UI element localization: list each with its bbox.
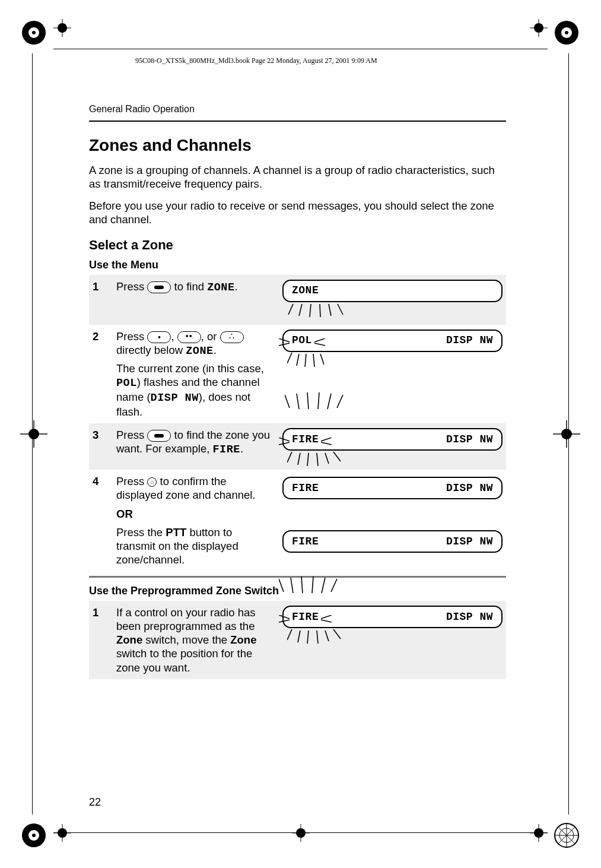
text: , — [171, 330, 177, 343]
text: . — [240, 442, 243, 455]
text: to find — [171, 280, 207, 293]
flash-rays-icon — [279, 576, 344, 594]
svg-line-38 — [310, 304, 311, 317]
text: Press — [116, 429, 147, 441]
svg-line-78 — [333, 629, 341, 639]
table-row: 3 Press to find the zone you want. For e… — [89, 423, 506, 470]
lcd-text-right: DISP NW — [446, 481, 493, 495]
bold-text: PTT — [166, 526, 186, 538]
steps-switch-table: 1 If a control on your radio has been pr… — [89, 601, 506, 679]
crop-line-right — [568, 53, 569, 815]
svg-line-67 — [279, 579, 284, 592]
lcd-text-left: POL — [292, 334, 312, 346]
scroll-key-icon — [147, 430, 171, 442]
page-number: 22 — [89, 796, 101, 809]
print-header-text: 95C08-O_XTS5k_800MHz_Mdl3.book Page 22 M… — [135, 56, 377, 65]
code-text: DISP NW — [151, 392, 199, 404]
or-label: OR — [116, 507, 271, 521]
svg-line-44 — [305, 354, 306, 367]
lcd-display: ZONE — [282, 280, 503, 302]
page: 95C08-O_XTS5k_800MHz_Mdl3.book Page 22 M… — [0, 0, 601, 868]
svg-line-41 — [338, 304, 343, 315]
crosshair-icon — [53, 824, 71, 844]
step-text: Press to find ZONE. — [113, 275, 274, 325]
svg-line-64 — [279, 442, 290, 445]
flash-rays-icon — [313, 337, 325, 351]
step-screen: FIRE DISP NW FIRE DISP NW — [274, 470, 506, 571]
svg-point-8 — [32, 834, 36, 837]
crosshair-icon — [53, 19, 71, 37]
flash-rays-icon — [279, 614, 291, 628]
lcd-text-left: FIRE — [292, 535, 319, 549]
section-title: Zones and Channels — [89, 136, 506, 155]
svg-line-36 — [288, 304, 293, 315]
svg-line-75 — [307, 631, 309, 644]
svg-line-73 — [287, 629, 292, 640]
svg-line-37 — [299, 304, 302, 316]
svg-line-49 — [314, 338, 325, 342]
svg-line-68 — [291, 578, 293, 593]
lcd-display: POL DISP NW — [282, 330, 503, 352]
use-switch-heading: Use the Preprogrammed Zone Switch — [89, 585, 506, 597]
step-text: If a control on your radio has been prep… — [113, 601, 274, 679]
step-screen: ZONE — [274, 275, 506, 325]
svg-line-40 — [329, 304, 331, 316]
svg-line-79 — [279, 615, 290, 619]
crosshair-icon — [530, 824, 548, 844]
lcd-display: FIRE DISP NW — [282, 428, 503, 451]
svg-line-54 — [318, 392, 319, 409]
svg-line-60 — [317, 453, 318, 466]
step-number: 3 — [89, 423, 113, 470]
intro-paragraph-2: Before you use your radio to receive or … — [89, 199, 506, 226]
text: switch, move the — [142, 633, 230, 646]
svg-line-55 — [327, 394, 331, 409]
lcd-display: FIRE DISP NW — [282, 530, 503, 553]
code-text: FIRE — [212, 443, 240, 456]
lcd-display: FIRE DISP NW — [282, 477, 503, 499]
lcd-text-right: DISP NW — [446, 610, 493, 624]
svg-line-48 — [279, 343, 290, 346]
lcd-display: FIRE DISP NW — [282, 606, 503, 628]
lcd-text-right: DISP NW — [446, 334, 493, 347]
svg-line-45 — [313, 354, 314, 367]
svg-line-71 — [322, 578, 325, 593]
svg-line-53 — [307, 392, 309, 409]
table-row: 4 Press ⌂ to confirm the displayed zone … — [89, 470, 506, 571]
svg-line-80 — [279, 620, 290, 622]
svg-line-57 — [287, 452, 292, 462]
svg-line-51 — [285, 395, 290, 408]
svg-line-72 — [331, 579, 337, 592]
svg-point-2 — [32, 31, 36, 34]
step-number: 1 — [89, 601, 113, 679]
flash-rays-icon — [285, 392, 350, 410]
text: Press the — [116, 526, 166, 538]
svg-point-5 — [565, 31, 568, 34]
bold-text: Zone — [116, 633, 142, 646]
code-text: POL — [116, 377, 137, 389]
steps-menu-table: 1 Press to find ZONE. — [89, 275, 506, 572]
step-number: 2 — [89, 325, 113, 424]
lcd-text-left: FIRE — [292, 611, 319, 623]
three-dot-key-icon — [220, 331, 244, 343]
flash-rays-icon — [279, 337, 291, 351]
header-marks: 95C08-O_XTS5k_800MHz_Mdl3.book Page 22 M… — [53, 24, 548, 47]
step-number: 1 — [89, 275, 113, 325]
svg-line-58 — [298, 453, 300, 465]
step-text: Press to find the zone you want. For exa… — [113, 423, 274, 470]
text: directly below — [116, 344, 186, 356]
text: switch to the position for the zone you … — [116, 647, 252, 673]
home-key-icon: ⌂ — [147, 477, 157, 487]
use-menu-heading: Use the Menu — [89, 259, 506, 271]
flash-rays-icon — [320, 614, 332, 628]
text: . — [235, 280, 238, 293]
svg-line-66 — [321, 442, 332, 445]
registration-mark-icon — [20, 822, 47, 849]
crosshair-icon — [530, 19, 548, 37]
table-row: 2 Press , , or directly below ZONE. The … — [89, 325, 506, 424]
step-screen: FIRE DISP NW — [274, 601, 506, 679]
flash-rays-icon — [287, 628, 358, 645]
running-head: General Radio Operation — [89, 104, 506, 115]
lcd-text-left: FIRE — [292, 433, 319, 445]
svg-line-82 — [321, 620, 332, 622]
svg-line-47 — [279, 338, 290, 342]
